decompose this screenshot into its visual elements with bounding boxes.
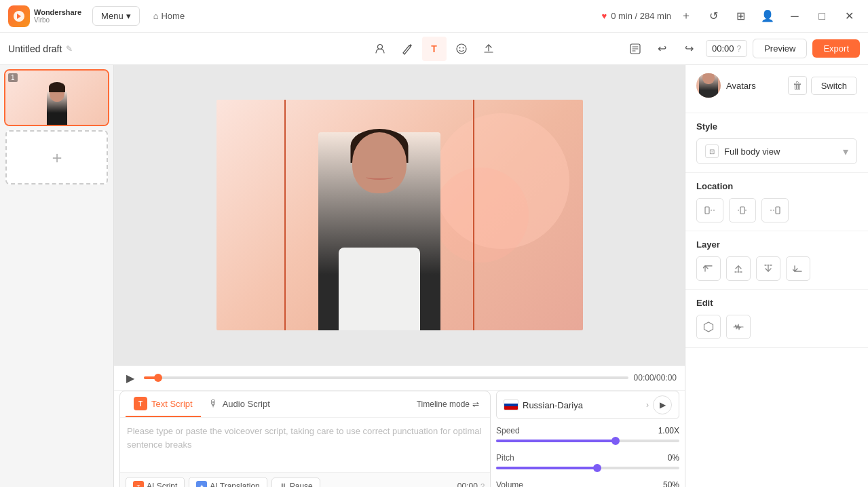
- edit-draft-icon[interactable]: ✎: [66, 44, 73, 54]
- avatar-container[interactable]: [284, 100, 474, 330]
- pitch-slider-fill: [496, 467, 597, 469]
- location-center-button[interactable]: [729, 198, 756, 222]
- text-script-panel: T Text Script 🎙 Audio Script Timeline mo…: [119, 391, 491, 487]
- heart-icon: ♥: [601, 11, 607, 21]
- avatar-figure: [286, 100, 473, 330]
- avatar-thumbnail: [696, 73, 721, 98]
- script-content[interactable]: Please type or paste the voiceover scrip…: [120, 418, 490, 472]
- script-time-help-icon[interactable]: ?: [480, 482, 485, 487]
- logo-icon: [8, 5, 30, 27]
- text-script-tab[interactable]: T Text Script: [126, 391, 201, 417]
- slide-thumbnail-1: [5, 71, 108, 125]
- script-area: T Text Script 🎙 Audio Script Timeline mo…: [114, 391, 685, 487]
- style-section: Style ⊡ Full body view ▾: [685, 113, 868, 173]
- menu-button[interactable]: Menu ▾: [92, 6, 140, 26]
- avatar-head: [352, 132, 407, 193]
- speed-slider-fill: [496, 440, 616, 442]
- brush-tool-button[interactable]: [395, 37, 419, 61]
- add-time-button[interactable]: ＋: [675, 5, 697, 27]
- top-bar: Wondershare Virbo Menu ▾ ⌂ Home ♥ 0 min …: [0, 0, 868, 33]
- edit-section: Edit: [685, 290, 868, 348]
- mic-icon: 🎙: [209, 398, 219, 409]
- avatars-section: Avatars 🗑 Switch: [685, 65, 868, 113]
- style-option-icon: ⊡: [705, 144, 719, 158]
- avatar-tool-button[interactable]: [368, 37, 392, 61]
- refresh-button[interactable]: ↺: [702, 5, 724, 27]
- layer-down-button[interactable]: [756, 256, 780, 281]
- user-button[interactable]: 👤: [757, 5, 778, 27]
- layer-controls: [696, 256, 857, 281]
- russian-flag-icon: [504, 400, 518, 410]
- voice-selector[interactable]: Russian-Dariya › ▶: [496, 391, 679, 419]
- add-slide-button[interactable]: ＋: [5, 130, 108, 184]
- pause-button[interactable]: ⏸ Pause: [271, 478, 320, 487]
- slide-item-1[interactable]: 1: [5, 71, 108, 125]
- pitch-param: Pitch 0%: [496, 450, 679, 473]
- edit-hexagon-button[interactable]: [696, 315, 721, 339]
- maximize-button[interactable]: □: [811, 5, 833, 27]
- help-icon[interactable]: ?: [736, 44, 741, 54]
- logo-text: Wondershare Virbo: [34, 8, 81, 24]
- close-button[interactable]: ✕: [838, 5, 860, 27]
- pitch-slider[interactable]: [496, 467, 679, 469]
- location-right-button[interactable]: [761, 198, 789, 222]
- export-button[interactable]: Export: [812, 39, 860, 58]
- text-tool-button[interactable]: T: [422, 37, 447, 61]
- svg-point-2: [457, 44, 466, 54]
- delete-avatar-button[interactable]: 🗑: [788, 76, 807, 95]
- script-tabs: T Text Script 🎙 Audio Script Timeline mo…: [120, 391, 490, 418]
- slide-number-1: 1: [8, 73, 18, 82]
- timeline-mode-button[interactable]: Timeline mode ⇌: [411, 397, 485, 412]
- play-button[interactable]: ▶: [122, 370, 138, 386]
- canvas-viewport: [114, 65, 685, 365]
- history-button[interactable]: [624, 38, 646, 60]
- timeline-mode-icon: ⇌: [472, 400, 479, 409]
- redo-button[interactable]: ↪: [679, 38, 700, 60]
- avatars-header: Avatars 🗑 Switch: [696, 73, 857, 98]
- chevron-down-icon: ▾: [843, 145, 848, 158]
- speed-param: Speed 1.00X: [496, 423, 679, 446]
- ai-translation-icon: ✦: [196, 481, 207, 487]
- timeline-area: ▶ 00:00/00:00 T Text Script: [114, 365, 685, 487]
- preview-button[interactable]: Preview: [753, 39, 807, 58]
- speed-slider[interactable]: [496, 440, 679, 442]
- emoji-tool-button[interactable]: [449, 37, 474, 61]
- play-voice-button[interactable]: ▶: [653, 395, 672, 414]
- ai-script-icon: T: [133, 481, 144, 487]
- grid-button[interactable]: ⊞: [730, 5, 751, 27]
- speed-slider-thumb[interactable]: [611, 437, 620, 445]
- progress-thumb[interactable]: [154, 374, 162, 382]
- chevron-right-icon: ›: [646, 400, 649, 410]
- home-button[interactable]: ⌂ Home: [145, 7, 193, 25]
- progress-track[interactable]: [144, 376, 628, 379]
- edit-waveform-button[interactable]: [726, 315, 751, 339]
- time-info: ♥ 0 min / 284 min ＋: [601, 5, 697, 27]
- layer-up-button[interactable]: [726, 256, 751, 281]
- layer-top-button[interactable]: [696, 256, 721, 281]
- ai-translation-button[interactable]: ✦ AI Translation: [189, 477, 267, 487]
- layer-bottom-button[interactable]: [786, 256, 810, 281]
- upload-tool-button[interactable]: [476, 37, 501, 61]
- avatar-body: [318, 132, 440, 330]
- second-bar: Untitled draft ✎ T ↩ ↪ 00:00 ? Preview E…: [0, 33, 868, 65]
- main-area: 1 ＋: [0, 65, 868, 487]
- right-controls: ↩ ↪ 00:00 ? Preview Export: [501, 38, 861, 60]
- undo-button[interactable]: ↩: [652, 38, 673, 60]
- audio-script-tab[interactable]: 🎙 Audio Script: [201, 393, 278, 416]
- switch-avatar-button[interactable]: Switch: [811, 77, 857, 95]
- svg-point-3: [459, 47, 460, 48]
- ai-script-button[interactable]: T AI Script: [126, 477, 185, 487]
- avatar-info: Avatars: [696, 73, 756, 98]
- avatar-shirt: [339, 248, 420, 330]
- minimize-button[interactable]: ─: [784, 5, 806, 27]
- svg-marker-17: [704, 322, 713, 332]
- layer-section: Layer: [685, 231, 868, 290]
- style-dropdown[interactable]: ⊡ Full body view ▾: [696, 138, 857, 164]
- audio-script-panel: Russian-Dariya › ▶ Speed 1.00X: [496, 391, 679, 487]
- time-display: 00:00 ?: [706, 40, 747, 57]
- toolbar-icons: T: [368, 37, 501, 61]
- location-left-button[interactable]: [696, 198, 723, 222]
- pitch-slider-thumb[interactable]: [593, 464, 601, 472]
- pause-icon: ⏸: [279, 482, 287, 487]
- svg-point-4: [462, 47, 464, 48]
